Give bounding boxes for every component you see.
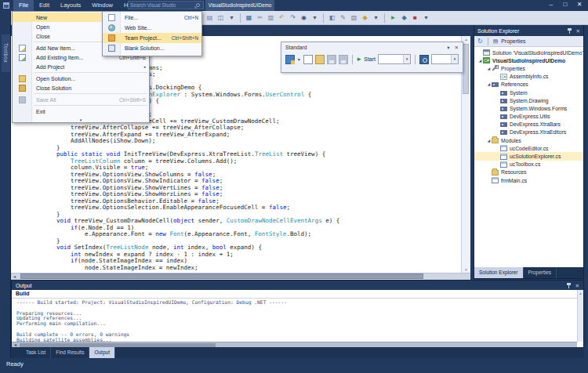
chevron-down-icon[interactable]: ▾: [403, 55, 410, 63]
tree-node-system-drawing[interactable]: System.Drawing: [474, 96, 583, 104]
expander-icon[interactable]: ◢: [486, 139, 492, 143]
menu-overflow-chevron[interactable]: ▾: [13, 116, 149, 123]
find-in-files-icon[interactable]: [419, 55, 429, 64]
team-project-icon: [108, 34, 115, 42]
menu-item-open-solution[interactable]: Open Solution...: [13, 74, 149, 83]
close-icon[interactable]: ✕: [576, 27, 580, 34]
stop-icon[interactable]: ■: [411, 14, 419, 22]
search-input[interactable]: [129, 2, 196, 8]
tree-node-properties[interactable]: ◢Properties: [474, 64, 583, 72]
tab-find-results[interactable]: Find Results: [51, 347, 89, 358]
properties-window-icon[interactable]: ◧: [328, 14, 336, 22]
expander-icon[interactable]: ◢: [477, 59, 483, 63]
tools-icon[interactable]: ✎: [339, 14, 347, 22]
properties-icon[interactable]: ▤: [493, 38, 499, 45]
new-file-icon[interactable]: ▤: [205, 14, 214, 22]
editor-hscroll-thumb[interactable]: [20, 273, 423, 279]
menu-item-label: Close Solution: [31, 85, 149, 91]
tree-node-references[interactable]: ◢References: [474, 81, 583, 89]
tree-node-visualstudioinspireduidemo[interactable]: ◢C#VisualStudioInspiredUIDemo: [474, 56, 583, 64]
tree-node-uccodeeditor-cs[interactable]: ucCodeEditor.cs: [474, 144, 583, 152]
new-project-icon[interactable]: [285, 55, 295, 64]
start-button[interactable]: ► Start: [356, 56, 376, 63]
menubar-item-edit[interactable]: Edit: [34, 0, 55, 11]
print-icon[interactable]: ▧: [350, 14, 358, 22]
tree-node-solution-visualstudioinspireduidemo-1-proj[interactable]: Solution 'VisualStudioInspiredUIDemo' (1…: [474, 49, 583, 56]
refresh-icon[interactable]: ↻: [477, 38, 483, 45]
menu-separator: [34, 93, 147, 94]
minimize-button[interactable]: –: [544, 0, 558, 10]
tree-node-system[interactable]: System: [474, 89, 583, 96]
output-log[interactable]: ------ Build started: Project: VisualStu…: [12, 299, 577, 342]
run-configuration-combobox[interactable]: ▾: [378, 54, 411, 64]
submenu-item-file[interactable]: File...Ctrl+N: [103, 13, 201, 23]
copy-icon[interactable]: ▥: [267, 14, 275, 22]
tree-node-label: Solution 'VisualStudioInspiredUIDemo' (1…: [492, 50, 583, 56]
close-icon[interactable]: ✕: [455, 44, 459, 51]
menubar-item-layouts[interactable]: Layouts: [55, 0, 86, 11]
save-icon[interactable]: [327, 55, 336, 64]
tab-properties[interactable]: Properties: [524, 267, 557, 278]
tree-node-frmmain-cs[interactable]: frmMain.cs: [474, 176, 583, 184]
tree-node-devexpress-xtraeditors[interactable]: DevExpress.XtraEditors: [474, 129, 583, 136]
tree-node-devexpress-utils[interactable]: DevExpress.Utils: [474, 113, 583, 121]
pin-icon[interactable]: [566, 282, 572, 289]
menu-item-close-solution[interactable]: Close Solution: [13, 83, 149, 92]
tree-node-uctoolbox-cs[interactable]: ucToolbox.cs: [474, 161, 583, 168]
start-debug-icon[interactable]: ►: [389, 14, 397, 22]
tab-task-list[interactable]: Task List: [21, 347, 51, 358]
standard-toolbar-titlebar[interactable]: Standard ▾ ✕: [281, 42, 463, 53]
find-icon[interactable]: ◉: [299, 14, 308, 22]
attach-icon[interactable]: ◆: [400, 14, 408, 22]
chevron-down-icon[interactable]: ▾: [297, 56, 301, 62]
menu-item-exit[interactable]: Exit: [13, 107, 149, 116]
close-icon[interactable]: ✕: [575, 282, 579, 289]
search-combobox[interactable]: ▾: [431, 54, 459, 64]
cut-icon[interactable]: ✂: [256, 14, 264, 22]
tree-node-system-windows-forms[interactable]: System.Windows.Forms: [474, 104, 583, 112]
menu-item-save-all[interactable]: Save AllCtrl+Shift+S: [13, 95, 149, 104]
caret-down-icon[interactable]: ▾: [372, 14, 380, 22]
expander-icon[interactable]: ◢: [486, 82, 492, 86]
submenu-item-web-site[interactable]: Web Site...: [103, 23, 201, 33]
pin-icon[interactable]: [567, 27, 572, 34]
output-vertical-scrollbar[interactable]: ▴: [577, 290, 583, 342]
expander-icon[interactable]: ◢: [486, 67, 492, 71]
maximize-button[interactable]: □: [558, 0, 572, 10]
tab-solution-explorer[interactable]: Solution Explorer: [474, 267, 524, 278]
toolbox-autohide-tab[interactable]: Toolbox: [2, 34, 10, 72]
scroll-left-arrow[interactable]: ◄: [13, 274, 16, 279]
form-icon: [500, 154, 507, 160]
editor-vscroll-thumb[interactable]: [463, 44, 469, 94]
scroll-up-arrow[interactable]: ▴: [578, 290, 583, 296]
save-icon[interactable]: ▦: [245, 14, 253, 22]
redo-icon[interactable]: ↷: [289, 14, 297, 22]
tab-output[interactable]: Output: [89, 347, 115, 358]
chevron-down-icon[interactable]: ▾: [451, 55, 458, 63]
tree-node-devexpress-xtrabars[interactable]: DevExpress.XtraBars: [474, 121, 583, 129]
menubar-item-file[interactable]: File: [13, 0, 34, 11]
submenu-item-blank-solution[interactable]: Blank Solution...: [103, 43, 201, 53]
submenu-item-team-project[interactable]: Team Project...Ctrl+Shift+N: [103, 33, 201, 43]
open-file-icon[interactable]: ◫: [216, 14, 225, 22]
output-horizontal-scrollbar[interactable]: ◄: [12, 342, 577, 347]
tree-node-assemblyinfo-cs[interactable]: C#AssemblyInfo.cs: [474, 73, 583, 81]
chevron-down-icon[interactable]: ▾: [447, 44, 449, 51]
caret-down-icon[interactable]: ▾: [422, 14, 430, 22]
menubar-item-window[interactable]: Window: [86, 0, 118, 11]
menu-item-add-project[interactable]: Add Project▸: [13, 62, 149, 71]
new-item-icon[interactable]: [303, 55, 313, 64]
lightning-icon[interactable]: ◆: [361, 14, 369, 22]
caret-down-icon[interactable]: ▾: [227, 14, 236, 22]
properties-button[interactable]: Properties: [501, 38, 525, 44]
open-folder-icon[interactable]: [315, 55, 325, 64]
tree-node-ucsolutionexplorer-cs[interactable]: ucSolutionExplorer.cs: [474, 152, 583, 160]
scroll-down-arrow[interactable]: ▾: [462, 266, 470, 273]
output-source-selector[interactable]: Build: [12, 290, 583, 299]
tree-node-resources[interactable]: Resources: [474, 168, 583, 176]
undo-icon[interactable]: ↶: [278, 14, 286, 22]
tree-node-modules[interactable]: ◢Modules: [474, 136, 583, 144]
close-button[interactable]: ✕: [572, 0, 586, 10]
save-all-icon[interactable]: [339, 55, 348, 64]
caret-down-icon[interactable]: ▾: [310, 14, 319, 22]
